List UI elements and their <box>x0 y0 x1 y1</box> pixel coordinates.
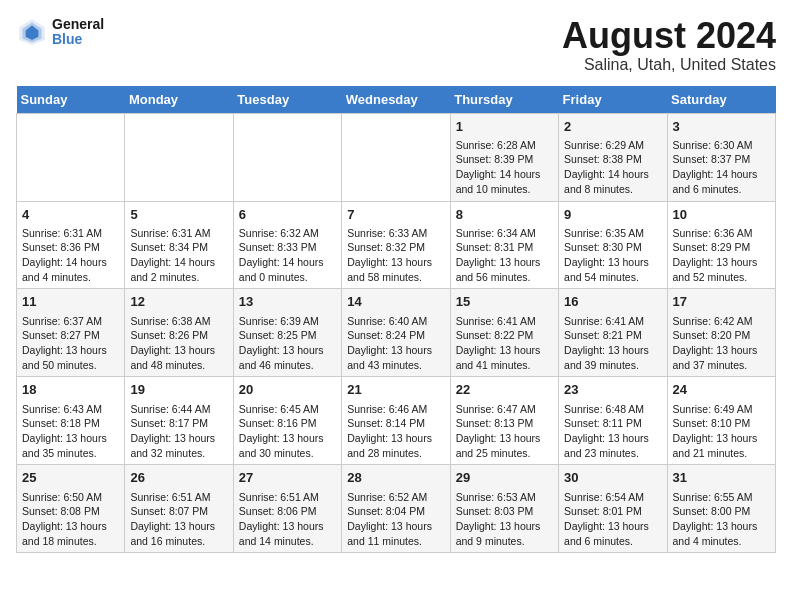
day-number: 10 <box>673 206 770 224</box>
calendar-cell: 27Sunrise: 6:51 AM Sunset: 8:06 PM Dayli… <box>233 465 341 553</box>
day-info: Sunrise: 6:44 AM Sunset: 8:17 PM Dayligh… <box>130 402 227 461</box>
calendar-cell: 13Sunrise: 6:39 AM Sunset: 8:25 PM Dayli… <box>233 289 341 377</box>
day-info: Sunrise: 6:28 AM Sunset: 8:39 PM Dayligh… <box>456 138 553 197</box>
calendar-subtitle: Salina, Utah, United States <box>562 56 776 74</box>
day-number: 15 <box>456 293 553 311</box>
calendar-cell: 24Sunrise: 6:49 AM Sunset: 8:10 PM Dayli… <box>667 377 775 465</box>
day-number: 19 <box>130 381 227 399</box>
day-number: 5 <box>130 206 227 224</box>
calendar-cell: 10Sunrise: 6:36 AM Sunset: 8:29 PM Dayli… <box>667 201 775 289</box>
calendar-cell: 21Sunrise: 6:46 AM Sunset: 8:14 PM Dayli… <box>342 377 450 465</box>
calendar-cell <box>342 113 450 201</box>
day-number: 24 <box>673 381 770 399</box>
logo: General Blue <box>16 16 104 48</box>
day-info: Sunrise: 6:50 AM Sunset: 8:08 PM Dayligh… <box>22 490 119 549</box>
day-number: 20 <box>239 381 336 399</box>
day-info: Sunrise: 6:39 AM Sunset: 8:25 PM Dayligh… <box>239 314 336 373</box>
header-saturday: Saturday <box>667 86 775 114</box>
day-number: 4 <box>22 206 119 224</box>
calendar-cell: 5Sunrise: 6:31 AM Sunset: 8:34 PM Daylig… <box>125 201 233 289</box>
calendar-cell <box>233 113 341 201</box>
day-number: 3 <box>673 118 770 136</box>
calendar-table: SundayMondayTuesdayWednesdayThursdayFrid… <box>16 86 776 554</box>
title-block: August 2024 Salina, Utah, United States <box>562 16 776 74</box>
day-number: 17 <box>673 293 770 311</box>
day-info: Sunrise: 6:47 AM Sunset: 8:13 PM Dayligh… <box>456 402 553 461</box>
day-number: 23 <box>564 381 661 399</box>
day-info: Sunrise: 6:36 AM Sunset: 8:29 PM Dayligh… <box>673 226 770 285</box>
day-info: Sunrise: 6:38 AM Sunset: 8:26 PM Dayligh… <box>130 314 227 373</box>
day-number: 9 <box>564 206 661 224</box>
day-info: Sunrise: 6:54 AM Sunset: 8:01 PM Dayligh… <box>564 490 661 549</box>
calendar-cell: 26Sunrise: 6:51 AM Sunset: 8:07 PM Dayli… <box>125 465 233 553</box>
logo-line1: General <box>52 17 104 32</box>
day-number: 22 <box>456 381 553 399</box>
day-info: Sunrise: 6:35 AM Sunset: 8:30 PM Dayligh… <box>564 226 661 285</box>
calendar-cell: 4Sunrise: 6:31 AM Sunset: 8:36 PM Daylig… <box>17 201 125 289</box>
day-number: 28 <box>347 469 444 487</box>
day-info: Sunrise: 6:45 AM Sunset: 8:16 PM Dayligh… <box>239 402 336 461</box>
calendar-cell: 14Sunrise: 6:40 AM Sunset: 8:24 PM Dayli… <box>342 289 450 377</box>
calendar-cell: 15Sunrise: 6:41 AM Sunset: 8:22 PM Dayli… <box>450 289 558 377</box>
day-info: Sunrise: 6:31 AM Sunset: 8:34 PM Dayligh… <box>130 226 227 285</box>
calendar-cell: 3Sunrise: 6:30 AM Sunset: 8:37 PM Daylig… <box>667 113 775 201</box>
day-number: 16 <box>564 293 661 311</box>
day-number: 27 <box>239 469 336 487</box>
day-info: Sunrise: 6:30 AM Sunset: 8:37 PM Dayligh… <box>673 138 770 197</box>
day-info: Sunrise: 6:51 AM Sunset: 8:07 PM Dayligh… <box>130 490 227 549</box>
page-header: General Blue August 2024 Salina, Utah, U… <box>16 16 776 74</box>
day-info: Sunrise: 6:46 AM Sunset: 8:14 PM Dayligh… <box>347 402 444 461</box>
day-info: Sunrise: 6:53 AM Sunset: 8:03 PM Dayligh… <box>456 490 553 549</box>
calendar-cell <box>17 113 125 201</box>
header-friday: Friday <box>559 86 667 114</box>
calendar-week-2: 4Sunrise: 6:31 AM Sunset: 8:36 PM Daylig… <box>17 201 776 289</box>
day-number: 7 <box>347 206 444 224</box>
day-info: Sunrise: 6:51 AM Sunset: 8:06 PM Dayligh… <box>239 490 336 549</box>
day-info: Sunrise: 6:29 AM Sunset: 8:38 PM Dayligh… <box>564 138 661 197</box>
calendar-cell: 29Sunrise: 6:53 AM Sunset: 8:03 PM Dayli… <box>450 465 558 553</box>
calendar-cell: 30Sunrise: 6:54 AM Sunset: 8:01 PM Dayli… <box>559 465 667 553</box>
day-number: 29 <box>456 469 553 487</box>
calendar-cell: 11Sunrise: 6:37 AM Sunset: 8:27 PM Dayli… <box>17 289 125 377</box>
calendar-cell: 28Sunrise: 6:52 AM Sunset: 8:04 PM Dayli… <box>342 465 450 553</box>
logo-line2: Blue <box>52 32 104 47</box>
calendar-cell: 25Sunrise: 6:50 AM Sunset: 8:08 PM Dayli… <box>17 465 125 553</box>
day-info: Sunrise: 6:49 AM Sunset: 8:10 PM Dayligh… <box>673 402 770 461</box>
calendar-cell: 6Sunrise: 6:32 AM Sunset: 8:33 PM Daylig… <box>233 201 341 289</box>
day-info: Sunrise: 6:33 AM Sunset: 8:32 PM Dayligh… <box>347 226 444 285</box>
day-number: 11 <box>22 293 119 311</box>
calendar-week-3: 11Sunrise: 6:37 AM Sunset: 8:27 PM Dayli… <box>17 289 776 377</box>
header-wednesday: Wednesday <box>342 86 450 114</box>
calendar-cell: 12Sunrise: 6:38 AM Sunset: 8:26 PM Dayli… <box>125 289 233 377</box>
calendar-cell: 23Sunrise: 6:48 AM Sunset: 8:11 PM Dayli… <box>559 377 667 465</box>
day-info: Sunrise: 6:41 AM Sunset: 8:22 PM Dayligh… <box>456 314 553 373</box>
day-number: 26 <box>130 469 227 487</box>
day-number: 1 <box>456 118 553 136</box>
calendar-cell: 22Sunrise: 6:47 AM Sunset: 8:13 PM Dayli… <box>450 377 558 465</box>
calendar-cell <box>125 113 233 201</box>
calendar-week-4: 18Sunrise: 6:43 AM Sunset: 8:18 PM Dayli… <box>17 377 776 465</box>
calendar-title: August 2024 <box>562 16 776 56</box>
calendar-week-1: 1Sunrise: 6:28 AM Sunset: 8:39 PM Daylig… <box>17 113 776 201</box>
calendar-header-row: SundayMondayTuesdayWednesdayThursdayFrid… <box>17 86 776 114</box>
logo-icon <box>16 16 48 48</box>
day-info: Sunrise: 6:42 AM Sunset: 8:20 PM Dayligh… <box>673 314 770 373</box>
logo-text: General Blue <box>52 17 104 48</box>
day-number: 30 <box>564 469 661 487</box>
day-number: 25 <box>22 469 119 487</box>
calendar-cell: 8Sunrise: 6:34 AM Sunset: 8:31 PM Daylig… <box>450 201 558 289</box>
day-info: Sunrise: 6:52 AM Sunset: 8:04 PM Dayligh… <box>347 490 444 549</box>
day-number: 8 <box>456 206 553 224</box>
day-info: Sunrise: 6:43 AM Sunset: 8:18 PM Dayligh… <box>22 402 119 461</box>
calendar-cell: 31Sunrise: 6:55 AM Sunset: 8:00 PM Dayli… <box>667 465 775 553</box>
header-monday: Monday <box>125 86 233 114</box>
calendar-cell: 9Sunrise: 6:35 AM Sunset: 8:30 PM Daylig… <box>559 201 667 289</box>
day-number: 21 <box>347 381 444 399</box>
calendar-cell: 7Sunrise: 6:33 AM Sunset: 8:32 PM Daylig… <box>342 201 450 289</box>
day-number: 18 <box>22 381 119 399</box>
header-sunday: Sunday <box>17 86 125 114</box>
day-info: Sunrise: 6:40 AM Sunset: 8:24 PM Dayligh… <box>347 314 444 373</box>
calendar-cell: 2Sunrise: 6:29 AM Sunset: 8:38 PM Daylig… <box>559 113 667 201</box>
day-info: Sunrise: 6:34 AM Sunset: 8:31 PM Dayligh… <box>456 226 553 285</box>
day-number: 14 <box>347 293 444 311</box>
